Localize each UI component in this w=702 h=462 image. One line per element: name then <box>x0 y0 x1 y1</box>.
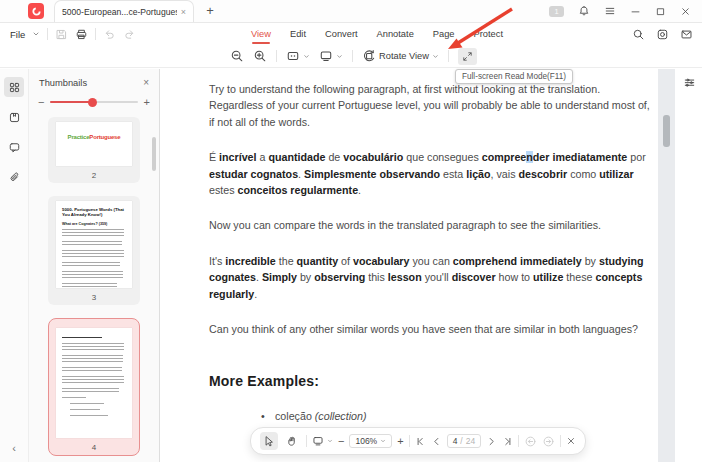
zoom-in-icon[interactable] <box>253 49 267 63</box>
app-logo-icon <box>28 3 44 19</box>
account-badge[interactable]: 1 <box>549 6 564 17</box>
paragraph-english-1: Try to understand the following paragrap… <box>209 81 655 130</box>
paragraph-english-translation: It's incredible the quantity of vocabula… <box>209 253 655 302</box>
page-display-icon <box>286 49 300 63</box>
close-panel-icon[interactable]: × <box>143 77 149 88</box>
bell-icon[interactable] <box>578 5 590 17</box>
presentation-icon <box>319 49 333 63</box>
page-number-label: 2 <box>48 171 140 180</box>
paragraph-question: Can you think of any other similar words… <box>209 321 655 337</box>
hand-tool-button[interactable] <box>283 432 301 450</box>
chevron-down-icon <box>32 30 40 38</box>
last-page-button[interactable] <box>502 436 513 447</box>
collapse-sidebar-chevron[interactable]: ‹ <box>0 442 28 454</box>
previous-page-button[interactable] <box>431 436 442 447</box>
redo-icon[interactable] <box>123 28 136 41</box>
thumbnail-page-2[interactable]: PracticePortuguese 2 <box>48 117 140 183</box>
comments-panel-button[interactable] <box>4 137 24 157</box>
content-scrollbar-thumb[interactable] <box>663 115 670 147</box>
minimize-button[interactable] <box>630 6 641 17</box>
chevron-down-icon <box>327 438 333 444</box>
bookmark-icon <box>8 111 21 124</box>
zoom-level-dropdown[interactable]: 106% <box>349 434 392 448</box>
slider-handle[interactable] <box>88 98 97 107</box>
slider-minus-icon[interactable]: − <box>38 97 44 107</box>
undo-icon[interactable] <box>103 28 116 41</box>
tab-edit[interactable]: Edit <box>290 29 306 39</box>
page-number-label: 4 <box>49 443 139 452</box>
thumbnail-page-3[interactable]: 5000- Portuguese Words (That You Already… <box>48 196 140 305</box>
list-item: • coleção (collection) <box>209 408 655 424</box>
pdf-reader-window: 5000-European...ce-Portuguese × + 1 <box>0 0 702 462</box>
thumbnails-panel-button[interactable] <box>4 77 24 97</box>
page-number-label: 3 <box>48 293 140 302</box>
panel-scrollbar-thumb[interactable] <box>152 137 156 171</box>
titlebar: 5000-European...ce-Portuguese × + 1 <box>0 0 702 23</box>
rotate-view-label: Rotate View <box>379 51 429 61</box>
save-icon[interactable] <box>55 28 68 41</box>
zoom-in-button[interactable]: + <box>397 436 403 446</box>
tab-view[interactable]: View <box>251 29 271 39</box>
view-forward-button[interactable] <box>542 435 555 448</box>
menubar: File View Edit Convert Annotate <box>0 23 702 45</box>
more-examples-heading: More Examples: <box>209 373 655 389</box>
zoom-level-value: 106% <box>355 436 377 446</box>
presentation-icon <box>312 435 324 447</box>
sidebar-icon-strip: ‹ <box>0 69 29 462</box>
close-window-button[interactable] <box>680 6 691 17</box>
page-navigation-bar: − 106% + 4 / 24 <box>250 427 586 455</box>
mail-icon[interactable] <box>680 28 693 41</box>
zoom-out-button[interactable]: − <box>338 436 344 446</box>
thumbnail-page-4-selected[interactable]: 4 <box>48 318 140 456</box>
thumbnails-panel: Thumbnails × − + PracticePortuguese 2 <box>29 69 160 462</box>
rotate-icon <box>362 49 376 63</box>
page-text: Try to understand the following paragrap… <box>209 81 655 424</box>
view-toolbar: Rotate View <box>0 45 702 68</box>
content-scrollbar-track[interactable] <box>658 69 675 462</box>
main-menu-icon[interactable] <box>604 5 616 17</box>
next-page-button[interactable] <box>486 436 497 447</box>
paragraph-english-2: Now you can compare the words in the tra… <box>209 217 655 233</box>
presentation-mode-button[interactable] <box>312 435 333 447</box>
read-mode-button[interactable] <box>319 49 343 63</box>
zoom-out-icon[interactable] <box>230 49 244 63</box>
comment-icon <box>8 141 21 154</box>
screenshot-icon[interactable] <box>656 28 669 41</box>
practice-portuguese-logo: PracticePortuguese <box>56 122 132 140</box>
tab-convert[interactable]: Convert <box>325 29 358 39</box>
chevron-down-icon <box>336 53 343 60</box>
current-page: 4 <box>453 436 458 446</box>
print-icon[interactable] <box>75 28 88 41</box>
close-bar-icon[interactable] <box>566 436 576 446</box>
thumbnail-size-slider[interactable]: − + <box>38 97 150 107</box>
paperclip-icon <box>8 171 21 184</box>
slider-track[interactable] <box>50 101 137 103</box>
bookmarks-panel-button[interactable] <box>4 107 24 127</box>
attachments-panel-button[interactable] <box>4 167 24 187</box>
slider-plus-icon[interactable]: + <box>144 97 150 107</box>
thumbnails-grid-icon <box>8 81 21 94</box>
chevron-down-icon <box>380 438 386 444</box>
search-icon[interactable] <box>632 28 645 41</box>
paragraph-portuguese: É incrível a quantidade de vocabulário q… <box>209 149 655 198</box>
mini-page-heading: What are Cognates? (359) <box>62 222 126 226</box>
page-number-input[interactable]: 4 / 24 <box>447 434 482 448</box>
file-menu[interactable]: File <box>10 29 25 40</box>
panel-title: Thumbnails <box>39 78 143 88</box>
properties-panel-icon[interactable] <box>683 76 696 89</box>
maximize-button[interactable] <box>655 6 666 17</box>
select-tool-button[interactable] <box>260 432 278 450</box>
first-page-button[interactable] <box>415 436 426 447</box>
tab-annotate[interactable]: Annotate <box>377 29 414 39</box>
document-tab[interactable]: 5000-European...ce-Portuguese × <box>54 0 194 22</box>
document-view: Try to understand the following paragrap… <box>161 69 702 462</box>
page-display-mode-button[interactable] <box>286 49 310 63</box>
mini-page-title: 5000- Portuguese Words (That You Already… <box>62 207 126 218</box>
tab-close-icon[interactable]: × <box>181 7 186 17</box>
new-tab-button[interactable]: + <box>202 2 218 18</box>
bullet-icon: • <box>261 408 275 424</box>
view-back-button[interactable] <box>524 435 537 448</box>
tab-title: 5000-European...ce-Portuguese <box>62 7 177 17</box>
chevron-down-icon <box>303 53 310 60</box>
total-pages: 24 <box>466 436 475 446</box>
